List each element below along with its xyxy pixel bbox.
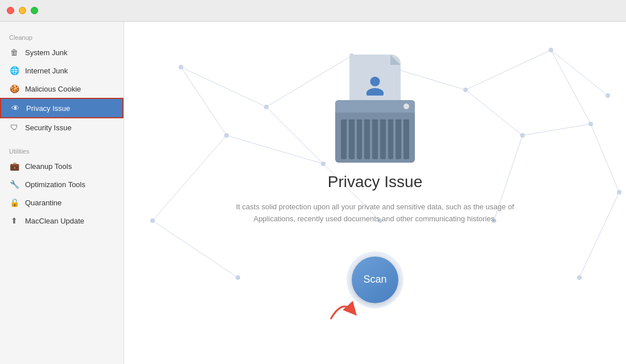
- arrow-up-icon: ⬆: [9, 216, 19, 226]
- sidebar-item-macclean-update[interactable]: ⬆ MacClean Update: [0, 212, 123, 230]
- title-bar: [0, 0, 626, 22]
- svg-point-34: [366, 88, 384, 96]
- minimize-button[interactable]: [19, 7, 26, 14]
- content-area: Privacy Issue It casts solid protection …: [227, 55, 523, 308]
- shredder-strips: [335, 116, 415, 163]
- sidebar-section-cleanup: Cleanup: [0, 31, 123, 43]
- globe-icon: 🌐: [9, 65, 19, 76]
- svg-line-8: [551, 50, 591, 124]
- svg-point-17: [179, 65, 183, 69]
- lock-icon: 🔒: [9, 197, 19, 208]
- maximize-button[interactable]: [31, 7, 38, 14]
- sidebar-item-label: Cleanup Tools: [25, 162, 72, 171]
- svg-line-4: [551, 50, 608, 96]
- sidebar-item-label: Privacy Issue: [26, 104, 70, 113]
- sidebar-item-label: System Junk: [25, 48, 67, 57]
- avatar-icon: [364, 74, 386, 96]
- svg-line-13: [591, 124, 619, 192]
- shield-icon: 🛡: [9, 122, 19, 133]
- close-button[interactable]: [7, 7, 14, 14]
- svg-line-10: [522, 124, 591, 135]
- sidebar-item-label: Security Issue: [25, 123, 72, 132]
- main-content: Privacy Issue It casts solid protection …: [124, 22, 626, 364]
- svg-point-22: [606, 93, 610, 98]
- traffic-lights: [7, 7, 38, 14]
- eye-icon: 👁: [10, 103, 20, 113]
- cookie-icon: 🍪: [9, 84, 19, 94]
- svg-point-26: [588, 122, 593, 126]
- briefcase-icon: 💼: [9, 161, 19, 171]
- sidebar-item-optimization-tools[interactable]: 🔧 Optimization Tools: [0, 175, 123, 193]
- sidebar-item-label: Optimization Tools: [25, 180, 85, 189]
- app-body: Cleanup 🗑 System Junk 🌐 Internet Junk 🍪 …: [0, 22, 626, 364]
- svg-point-27: [150, 218, 155, 223]
- sidebar-item-internet-junk[interactable]: 🌐 Internet Junk: [0, 61, 123, 80]
- sidebar-item-malicious-cookie[interactable]: 🍪 Malicious Cookie: [0, 80, 123, 98]
- trash-icon: 🗑: [9, 47, 19, 57]
- svg-point-28: [617, 190, 621, 195]
- sidebar-item-label: Quarantine: [25, 198, 61, 207]
- arrow-indicator: [325, 293, 359, 324]
- shredder-body: [335, 100, 415, 163]
- svg-line-11: [153, 135, 226, 221]
- shredder-led: [403, 104, 409, 109]
- page-description: It casts solid protection upon all your …: [227, 201, 523, 225]
- sidebar-item-privacy-issue[interactable]: 👁 Privacy Issue: [0, 98, 123, 118]
- svg-line-14: [579, 192, 619, 278]
- shredder-illustration: [330, 55, 421, 163]
- svg-point-21: [549, 48, 553, 52]
- page-title: Privacy Issue: [328, 173, 423, 191]
- svg-line-12: [153, 221, 238, 278]
- sidebar-section-utilities: Utilities: [0, 144, 123, 157]
- svg-point-30: [577, 275, 582, 280]
- sidebar-item-security-issue[interactable]: 🛡 Security Issue: [0, 118, 123, 136]
- sidebar-item-cleanup-tools[interactable]: 💼 Cleanup Tools: [0, 157, 123, 175]
- sidebar: Cleanup 🗑 System Junk 🌐 Internet Junk 🍪 …: [0, 22, 124, 364]
- shredder-top: [335, 100, 415, 113]
- sidebar-item-system-junk[interactable]: 🗑 System Junk: [0, 43, 123, 61]
- sidebar-item-quarantine[interactable]: 🔒 Quarantine: [0, 193, 123, 212]
- scan-area: Scan: [347, 251, 403, 308]
- svg-point-33: [370, 77, 380, 86]
- sidebar-item-label: MacClean Update: [25, 217, 84, 225]
- svg-line-5: [181, 67, 226, 135]
- sidebar-item-label: Internet Junk: [25, 67, 68, 75]
- wrench-icon: 🔧: [9, 179, 19, 189]
- sidebar-item-label: Malicious Cookie: [25, 85, 81, 93]
